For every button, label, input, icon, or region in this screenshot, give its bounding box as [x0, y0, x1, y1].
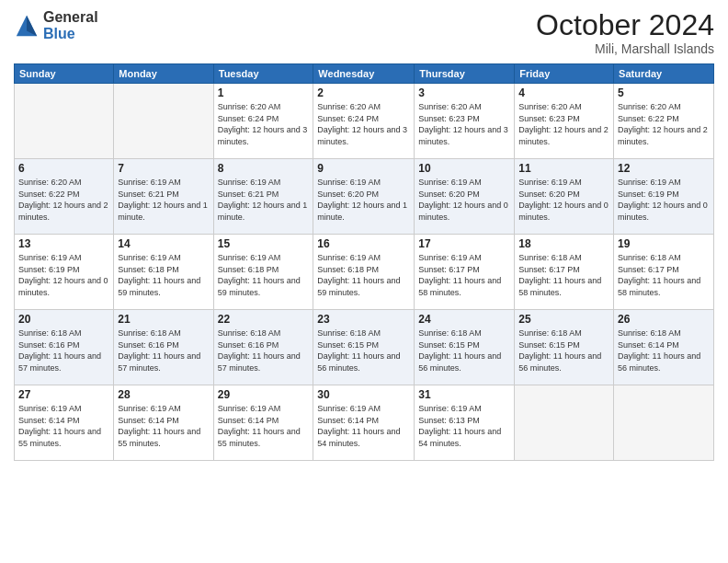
logo: General Blue — [14, 9, 98, 41]
day-number: 13 — [18, 237, 109, 250]
table-row: 5Sunrise: 6:20 AM Sunset: 6:22 PM Daylig… — [614, 84, 714, 159]
table-row: 29Sunrise: 6:19 AM Sunset: 6:14 PM Dayli… — [213, 385, 313, 461]
table-row: 8Sunrise: 6:19 AM Sunset: 6:21 PM Daylig… — [213, 159, 313, 235]
calendar-week-row: 6Sunrise: 6:20 AM Sunset: 6:22 PM Daylig… — [15, 159, 714, 235]
table-row: 9Sunrise: 6:19 AM Sunset: 6:20 PM Daylig… — [313, 159, 415, 235]
day-number: 25 — [518, 313, 609, 326]
table-row: 28Sunrise: 6:19 AM Sunset: 6:14 PM Dayli… — [114, 385, 213, 461]
day-info: Sunrise: 6:19 AM Sunset: 6:20 PM Dayligh… — [518, 177, 609, 223]
day-number: 11 — [518, 162, 609, 175]
table-row: 2Sunrise: 6:20 AM Sunset: 6:24 PM Daylig… — [313, 84, 415, 159]
day-number: 29 — [218, 388, 310, 401]
day-info: Sunrise: 6:19 AM Sunset: 6:19 PM Dayligh… — [18, 252, 109, 298]
day-number: 14 — [118, 237, 209, 250]
day-number: 26 — [618, 313, 710, 326]
header-row: Sunday Monday Tuesday Wednesday Thursday… — [15, 64, 714, 84]
day-number: 1 — [218, 86, 310, 99]
day-number: 12 — [618, 162, 710, 175]
header: General Blue October 2024 Mili, Marshall… — [14, 9, 714, 56]
table-row: 25Sunrise: 6:18 AM Sunset: 6:15 PM Dayli… — [515, 310, 614, 385]
logo-icon — [14, 13, 40, 39]
page: General Blue October 2024 Mili, Marshall… — [0, 0, 728, 563]
table-row: 26Sunrise: 6:18 AM Sunset: 6:14 PM Dayli… — [614, 310, 714, 385]
day-number: 20 — [18, 313, 109, 326]
header-tuesday: Tuesday — [213, 64, 313, 84]
table-row: 20Sunrise: 6:18 AM Sunset: 6:16 PM Dayli… — [15, 310, 114, 385]
day-info: Sunrise: 6:20 AM Sunset: 6:23 PM Dayligh… — [418, 101, 510, 147]
header-wednesday: Wednesday — [313, 64, 415, 84]
day-number: 9 — [317, 162, 410, 175]
calendar-week-row: 13Sunrise: 6:19 AM Sunset: 6:19 PM Dayli… — [15, 235, 714, 310]
table-row: 24Sunrise: 6:18 AM Sunset: 6:15 PM Dayli… — [415, 310, 515, 385]
table-row: 7Sunrise: 6:19 AM Sunset: 6:21 PM Daylig… — [114, 159, 213, 235]
table-row: 18Sunrise: 6:18 AM Sunset: 6:17 PM Dayli… — [515, 235, 614, 310]
table-row: 30Sunrise: 6:19 AM Sunset: 6:14 PM Dayli… — [313, 385, 415, 461]
day-number: 5 — [618, 86, 710, 99]
table-row: 13Sunrise: 6:19 AM Sunset: 6:19 PM Dayli… — [15, 235, 114, 310]
day-number: 8 — [218, 162, 310, 175]
table-row — [114, 84, 213, 159]
day-number: 17 — [418, 237, 510, 250]
header-monday: Monday — [114, 64, 213, 84]
day-info: Sunrise: 6:18 AM Sunset: 6:16 PM Dayligh… — [18, 327, 109, 373]
header-saturday: Saturday — [614, 64, 714, 84]
logo-text: General Blue — [43, 9, 98, 41]
day-number: 22 — [218, 313, 310, 326]
title-location: Mili, Marshall Islands — [536, 41, 714, 56]
day-info: Sunrise: 6:18 AM Sunset: 6:17 PM Dayligh… — [518, 252, 609, 298]
day-number: 21 — [118, 313, 209, 326]
day-info: Sunrise: 6:20 AM Sunset: 6:24 PM Dayligh… — [218, 101, 310, 147]
day-info: Sunrise: 6:19 AM Sunset: 6:21 PM Dayligh… — [218, 177, 310, 223]
table-row: 22Sunrise: 6:18 AM Sunset: 6:16 PM Dayli… — [213, 310, 313, 385]
logo-blue-text: Blue — [43, 26, 98, 42]
day-info: Sunrise: 6:18 AM Sunset: 6:14 PM Dayligh… — [618, 327, 710, 373]
calendar-week-row: 1Sunrise: 6:20 AM Sunset: 6:24 PM Daylig… — [15, 84, 714, 159]
header-friday: Friday — [515, 64, 614, 84]
table-row — [515, 385, 614, 461]
day-number: 16 — [317, 237, 410, 250]
day-info: Sunrise: 6:19 AM Sunset: 6:14 PM Dayligh… — [218, 403, 310, 449]
day-info: Sunrise: 6:19 AM Sunset: 6:13 PM Dayligh… — [418, 403, 510, 449]
day-info: Sunrise: 6:19 AM Sunset: 6:17 PM Dayligh… — [418, 252, 510, 298]
day-number: 31 — [418, 388, 510, 401]
day-info: Sunrise: 6:19 AM Sunset: 6:18 PM Dayligh… — [317, 252, 410, 298]
table-row: 14Sunrise: 6:19 AM Sunset: 6:18 PM Dayli… — [114, 235, 213, 310]
day-info: Sunrise: 6:19 AM Sunset: 6:20 PM Dayligh… — [317, 177, 410, 223]
day-number: 28 — [118, 388, 209, 401]
day-info: Sunrise: 6:18 AM Sunset: 6:16 PM Dayligh… — [218, 327, 310, 373]
table-row: 10Sunrise: 6:19 AM Sunset: 6:20 PM Dayli… — [415, 159, 515, 235]
day-info: Sunrise: 6:19 AM Sunset: 6:20 PM Dayligh… — [418, 177, 510, 223]
table-row: 23Sunrise: 6:18 AM Sunset: 6:15 PM Dayli… — [313, 310, 415, 385]
day-info: Sunrise: 6:18 AM Sunset: 6:15 PM Dayligh… — [418, 327, 510, 373]
day-info: Sunrise: 6:20 AM Sunset: 6:23 PM Dayligh… — [518, 101, 609, 147]
table-row — [614, 385, 714, 461]
day-number: 6 — [18, 162, 109, 175]
title-month: October 2024 — [536, 9, 714, 41]
table-row: 15Sunrise: 6:19 AM Sunset: 6:18 PM Dayli… — [213, 235, 313, 310]
day-info: Sunrise: 6:20 AM Sunset: 6:24 PM Dayligh… — [317, 101, 410, 147]
table-row: 12Sunrise: 6:19 AM Sunset: 6:19 PM Dayli… — [614, 159, 714, 235]
day-info: Sunrise: 6:19 AM Sunset: 6:14 PM Dayligh… — [18, 403, 109, 449]
title-block: October 2024 Mili, Marshall Islands — [536, 9, 714, 56]
table-row: 11Sunrise: 6:19 AM Sunset: 6:20 PM Dayli… — [515, 159, 614, 235]
day-info: Sunrise: 6:19 AM Sunset: 6:18 PM Dayligh… — [218, 252, 310, 298]
day-number: 30 — [317, 388, 410, 401]
day-number: 27 — [18, 388, 109, 401]
table-row: 31Sunrise: 6:19 AM Sunset: 6:13 PM Dayli… — [415, 385, 515, 461]
day-number: 23 — [317, 313, 410, 326]
day-info: Sunrise: 6:19 AM Sunset: 6:14 PM Dayligh… — [118, 403, 209, 449]
calendar-week-row: 20Sunrise: 6:18 AM Sunset: 6:16 PM Dayli… — [15, 310, 714, 385]
day-number: 10 — [418, 162, 510, 175]
table-row: 17Sunrise: 6:19 AM Sunset: 6:17 PM Dayli… — [415, 235, 515, 310]
day-info: Sunrise: 6:19 AM Sunset: 6:14 PM Dayligh… — [317, 403, 410, 449]
day-number: 3 — [418, 86, 510, 99]
day-number: 15 — [218, 237, 310, 250]
logo-general-text: General — [43, 9, 98, 26]
day-info: Sunrise: 6:19 AM Sunset: 6:18 PM Dayligh… — [118, 252, 209, 298]
table-row: 6Sunrise: 6:20 AM Sunset: 6:22 PM Daylig… — [15, 159, 114, 235]
day-info: Sunrise: 6:18 AM Sunset: 6:15 PM Dayligh… — [518, 327, 609, 373]
day-number: 2 — [317, 86, 410, 99]
day-info: Sunrise: 6:18 AM Sunset: 6:17 PM Dayligh… — [618, 252, 710, 298]
calendar-week-row: 27Sunrise: 6:19 AM Sunset: 6:14 PM Dayli… — [15, 385, 714, 461]
table-row: 19Sunrise: 6:18 AM Sunset: 6:17 PM Dayli… — [614, 235, 714, 310]
